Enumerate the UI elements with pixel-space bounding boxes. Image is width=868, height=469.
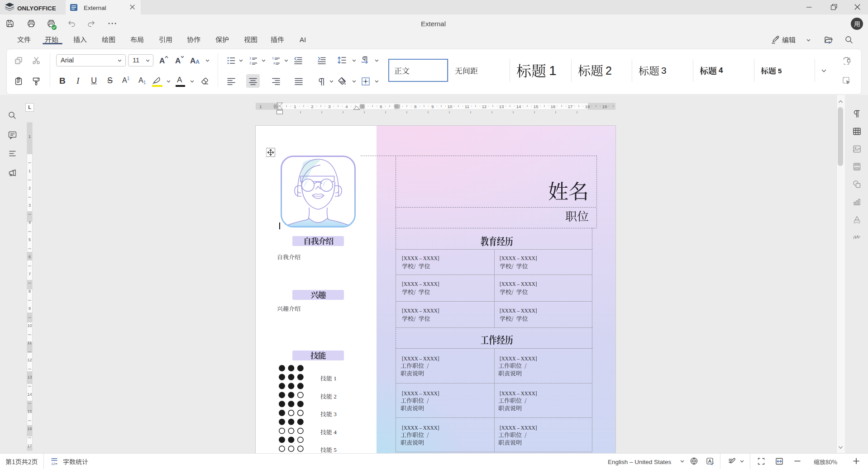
svg-text:12: 12 xyxy=(51,462,55,465)
